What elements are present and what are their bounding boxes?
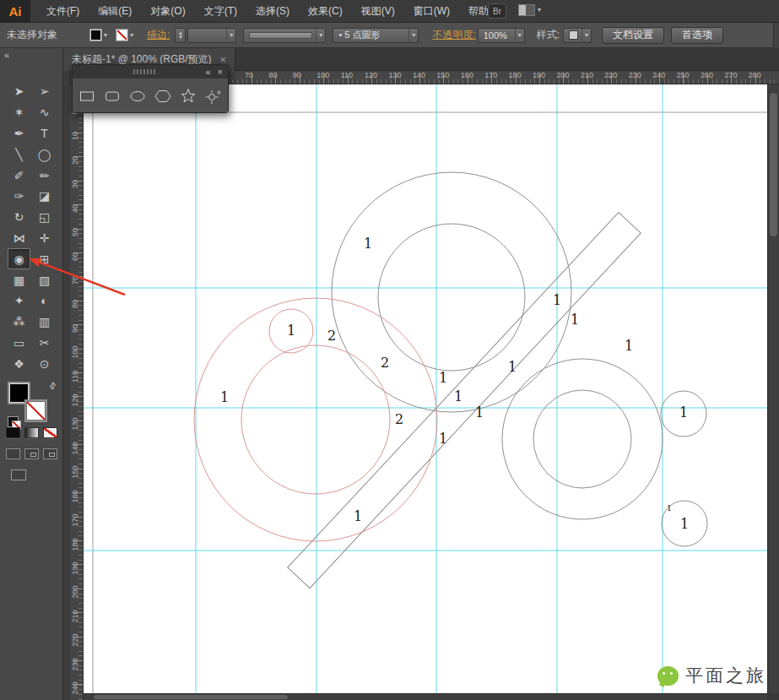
control-panel-overflow[interactable] bbox=[773, 23, 779, 48]
flare-tool[interactable] bbox=[204, 86, 223, 106]
ellipse-tool[interactable] bbox=[128, 86, 147, 106]
artwork-number-label[interactable]: 1 bbox=[680, 516, 689, 532]
menu-object[interactable]: 对象(O) bbox=[141, 0, 194, 22]
type-tool[interactable]: T bbox=[33, 123, 56, 144]
bridge-button[interactable]: Br bbox=[488, 3, 506, 19]
screen-mode-button[interactable] bbox=[11, 469, 26, 480]
pencil-tool[interactable]: ✏ bbox=[33, 165, 56, 186]
artwork-number-label[interactable]: 1 bbox=[439, 431, 447, 447]
blob-brush-tool[interactable]: ✑ bbox=[8, 186, 30, 207]
draw-inside-button[interactable] bbox=[43, 448, 57, 459]
menu-edit[interactable]: 编辑(E) bbox=[89, 0, 141, 22]
width-profile-combo[interactable]: ▾ bbox=[243, 28, 326, 43]
horizontal-scrollbar[interactable] bbox=[84, 693, 767, 700]
free-transform-tool[interactable]: ✛ bbox=[33, 228, 56, 249]
document-setup-button[interactable]: 文档设置 bbox=[602, 27, 664, 44]
magic-wand-tool[interactable]: ✶ bbox=[8, 102, 30, 123]
panel-collapse-icon[interactable]: « bbox=[205, 67, 210, 77]
artwork-number-label[interactable]: 1 bbox=[364, 236, 372, 252]
selection-tool[interactable]: ➤ bbox=[8, 81, 30, 102]
artwork-number-label[interactable]: 1 bbox=[571, 312, 579, 328]
perspective-grid-tool[interactable]: ⊞ bbox=[33, 248, 56, 269]
gradient-button[interactable] bbox=[24, 427, 39, 438]
artwork-number-label[interactable]: 1 bbox=[475, 404, 484, 421]
stroke-color-picker[interactable]: ▾ bbox=[116, 29, 133, 41]
canvas[interactable]: 111112211121111111 平面之旅 bbox=[84, 84, 767, 693]
vertical-scrollbar-thumb[interactable] bbox=[770, 93, 777, 236]
paintbrush-tool[interactable]: ✐ bbox=[8, 165, 30, 186]
menu-effect[interactable]: 效果(C) bbox=[299, 0, 352, 22]
zoom-tool[interactable]: ⊙ bbox=[33, 353, 56, 374]
vertical-ruler[interactable]: 1001020304050607080901001101201301401501… bbox=[70, 84, 84, 700]
direct-selection-tool[interactable]: ➢ bbox=[33, 81, 56, 102]
panel-grip-icon[interactable] bbox=[133, 69, 157, 74]
artwork-circle-gray[interactable] bbox=[533, 390, 631, 488]
workspace-switcher-button[interactable]: ▾ bbox=[518, 4, 541, 16]
stroke-weight-stepper[interactable]: ▲ ▼ bbox=[175, 28, 186, 43]
artwork-number-label[interactable]: 1 bbox=[220, 389, 229, 405]
blend-tool[interactable]: ◐ bbox=[33, 290, 56, 312]
artwork-number-label[interactable]: 2 bbox=[381, 355, 389, 371]
color-button[interactable] bbox=[6, 427, 20, 438]
lasso-tool[interactable]: ∿ bbox=[33, 102, 56, 123]
polygon-tool[interactable] bbox=[154, 86, 172, 106]
scale-tool[interactable]: ◱ bbox=[33, 207, 56, 228]
opacity-combo[interactable]: 100% ▾ bbox=[478, 28, 525, 43]
artwork-circle-gray[interactable] bbox=[502, 359, 663, 519]
artwork-number-label[interactable]: 1 bbox=[454, 388, 463, 404]
column-graph-tool[interactable]: ▥ bbox=[33, 312, 56, 333]
draw-normal-button[interactable] bbox=[6, 448, 20, 459]
default-fill-stroke-icon[interactable] bbox=[8, 416, 19, 427]
artwork-circle-gray[interactable] bbox=[378, 224, 525, 371]
draw-behind-button[interactable] bbox=[24, 448, 39, 459]
line-segment-tool[interactable]: ╲ bbox=[8, 144, 30, 165]
slice-tool[interactable]: ✂ bbox=[33, 333, 56, 354]
opacity-link[interactable]: 不透明度: bbox=[432, 28, 475, 42]
shape-panel-header[interactable]: « × bbox=[73, 65, 228, 79]
artwork-number-label[interactable]: 1 bbox=[553, 292, 561, 308]
shape-builder-tool[interactable]: ◉ bbox=[8, 248, 30, 269]
shape-tools-floating-panel[interactable]: « × bbox=[72, 64, 229, 113]
panel-close-icon[interactable]: × bbox=[218, 67, 223, 77]
ellipse-tool[interactable]: ◯ bbox=[33, 144, 56, 165]
preferences-button[interactable]: 首选项 bbox=[671, 27, 723, 44]
artwork-number-label[interactable]: 1 bbox=[667, 503, 672, 513]
stroke-weight-combo[interactable]: ▾ bbox=[187, 28, 236, 43]
horizontal-scrollbar-thumb[interactable] bbox=[94, 695, 288, 699]
symbol-sprayer-tool[interactable]: ⁂ bbox=[8, 312, 30, 333]
eraser-tool[interactable]: ◪ bbox=[33, 186, 56, 207]
stroke-link[interactable]: 描边: bbox=[147, 28, 170, 42]
menu-view[interactable]: 视图(V) bbox=[352, 0, 404, 22]
style-combo[interactable]: ▾ bbox=[563, 28, 592, 43]
artwork-number-label[interactable]: 1 bbox=[508, 359, 517, 375]
artwork-number-label[interactable]: 1 bbox=[439, 370, 447, 386]
hand-tool[interactable]: ❖ bbox=[8, 353, 30, 374]
artwork-number-label[interactable]: 1 bbox=[679, 404, 688, 421]
stroke-swatch[interactable] bbox=[24, 399, 47, 422]
width-tool[interactable]: ⋈ bbox=[8, 228, 30, 249]
fill-color-picker[interactable]: ▾ bbox=[89, 29, 107, 41]
pen-tool[interactable]: ✒ bbox=[8, 123, 30, 144]
menu-file[interactable]: 文件(F) bbox=[37, 0, 89, 22]
menu-type[interactable]: 文字(T) bbox=[195, 0, 246, 22]
mesh-tool[interactable]: ▦ bbox=[8, 269, 30, 290]
rectangle-tool[interactable] bbox=[78, 86, 96, 106]
artwork-number-label[interactable]: 2 bbox=[395, 411, 403, 427]
artwork-circle-red[interactable] bbox=[241, 345, 390, 494]
star-tool[interactable] bbox=[179, 86, 197, 106]
rounded-rectangle-tool[interactable] bbox=[103, 86, 122, 106]
artwork-number-label[interactable]: 1 bbox=[625, 338, 633, 354]
artwork-number-label[interactable]: 1 bbox=[354, 508, 362, 524]
rotate-tool[interactable]: ↻ bbox=[8, 207, 30, 228]
menu-select[interactable]: 选择(S) bbox=[246, 0, 299, 22]
none-button[interactable] bbox=[43, 427, 57, 438]
tools-panel-collapse-icon[interactable]: « bbox=[4, 50, 9, 60]
eyedropper-tool[interactable]: ✦ bbox=[8, 290, 30, 312]
brush-definition-combo[interactable]: • 5 点圆形 ▾ bbox=[333, 28, 419, 43]
artwork-layer[interactable]: 111112211121111111 bbox=[84, 84, 767, 693]
vertical-scrollbar[interactable] bbox=[767, 84, 779, 700]
artwork-number-label[interactable]: 1 bbox=[287, 323, 295, 339]
artwork-circle-gray[interactable] bbox=[332, 172, 571, 412]
artboard-tool[interactable]: ▭ bbox=[8, 333, 30, 354]
artwork-number-label[interactable]: 2 bbox=[327, 328, 336, 344]
